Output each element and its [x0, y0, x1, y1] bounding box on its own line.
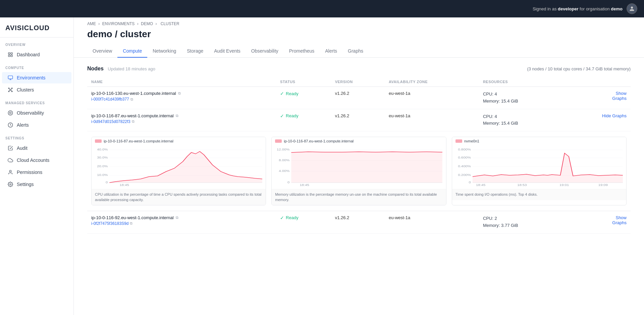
breadcrumb-ame[interactable]: AME	[87, 21, 96, 26]
sidebar-item-environments[interactable]: Environments	[2, 72, 71, 83]
content-area: Nodes Updated 18 minutes ago (3 nodes / …	[74, 58, 644, 242]
sidebar-item-label-audit: Audit	[17, 145, 28, 151]
col-name: NAME	[87, 77, 276, 87]
io-chart-svg: 0.800% 0.600% 0.400% 0.200% 0 18:45 18:5…	[455, 146, 624, 187]
node-cpu-2: CPU: 4	[483, 113, 562, 120]
status-icon-3: ✓	[280, 215, 284, 220]
hide-graphs-btn-2[interactable]: Hide Graphs	[570, 113, 627, 118]
tab-networking[interactable]: Networking	[147, 45, 181, 58]
io-graph-container: nvme0n1 0.800% 0.600% 0.400%	[452, 137, 627, 205]
node-cpu-1: CPU: 4	[483, 91, 562, 98]
table-row: ip-10-0-116-130.eu-west-1.compute.intern…	[87, 87, 631, 109]
svg-text:18:45: 18:45	[119, 183, 129, 187]
sidebar-item-alerts[interactable]: Alerts	[2, 119, 71, 131]
memory-graph-description: Memory utilization is the percentage mem…	[272, 189, 446, 205]
sidebar-item-dashboard[interactable]: Dashboard	[2, 49, 71, 60]
node-id-3: i-0f2f7475f36183S9d	[91, 221, 128, 226]
svg-text:20.0%: 20.0%	[97, 165, 108, 168]
sidebar-logo: AVISICLOUD	[0, 17, 73, 38]
node-az-1: eu-west-1a	[385, 87, 479, 109]
sidebar-item-label-environments: Environments	[17, 75, 46, 80]
nodes-table: NAME STATUS VERSION AVAILABILITY ZONE RE…	[87, 77, 631, 234]
topbar-user: developer	[558, 6, 578, 11]
node-version-3: v1.26.2	[331, 211, 385, 233]
sidebar-item-label-permissions: Permissions	[17, 170, 42, 175]
breadcrumb-environments[interactable]: ENVIRONMENTS	[102, 21, 135, 26]
tab-prometheus[interactable]: Prometheus	[284, 45, 320, 58]
node-resources-2: CPU: 4 Memory: 15.4 GiB	[479, 109, 566, 131]
copy-id-icon-2[interactable]: ⧉	[132, 119, 135, 124]
col-resources: RESOURCES	[479, 77, 566, 87]
cpu-legend-label: ip-10-0-116-87.eu-west-1.compute.interna…	[104, 139, 173, 143]
node-status-cell-2: ✓ Ready	[276, 109, 331, 131]
tab-overview[interactable]: Overview	[87, 45, 117, 58]
topbar: Signed in as developer for organisation …	[0, 0, 644, 17]
col-az: AVAILABILITY ZONE	[385, 77, 479, 87]
breadcrumb: AME › ENVIRONMENTS › DEMO › CLUSTER	[74, 17, 644, 26]
breadcrumb-demo[interactable]: DEMO	[141, 21, 153, 26]
copy-hostname-icon-3[interactable]: ⧉	[176, 215, 178, 220]
svg-text:8.00%: 8.00%	[279, 159, 290, 162]
svg-point-9	[11, 91, 12, 92]
sidebar-item-observability[interactable]: Observability	[2, 107, 71, 119]
user-avatar[interactable]	[627, 3, 637, 14]
tab-observability[interactable]: Observability	[246, 45, 284, 58]
status-icon-1: ✓	[280, 91, 284, 96]
svg-point-7	[11, 88, 12, 89]
sidebar-item-label-clusters: Clusters	[17, 87, 34, 92]
svg-line-12	[9, 90, 10, 91]
cpu-legend-color	[95, 139, 102, 143]
breadcrumb-cluster: CLUSTER	[161, 21, 179, 26]
node-az-3: eu-west-1a	[385, 211, 479, 233]
environments-icon	[7, 75, 13, 81]
sidebar-item-cloud-accounts[interactable]: Cloud Accounts	[2, 154, 71, 166]
settings-icon	[7, 181, 13, 187]
managed-services-section-label: MANAGED SERVICES	[0, 96, 73, 107]
tab-storage[interactable]: Storage	[181, 45, 209, 58]
tab-alerts[interactable]: Alerts	[320, 45, 342, 58]
node-action-2: Hide Graphs	[566, 109, 631, 131]
node-hostname-1: ip-10-0-116-130.eu-west-1.compute.intern…	[91, 91, 176, 96]
node-hostname-2: ip-10-0-116-87.eu-west-1.compute.interna…	[91, 113, 174, 118]
svg-text:0: 0	[106, 181, 108, 184]
io-graph-description: Time spent doing I/O operations (ms). To…	[452, 189, 626, 200]
user-icon	[629, 6, 635, 11]
svg-text:18:53: 18:53	[517, 183, 527, 187]
show-graphs-btn-3[interactable]: ShowGraphs	[570, 215, 627, 225]
tab-graphs[interactable]: Graphs	[342, 45, 369, 58]
sidebar-item-label-observability: Observability	[17, 110, 44, 116]
col-status: STATUS	[276, 77, 331, 87]
sidebar-item-label-dashboard: Dashboard	[17, 52, 40, 57]
node-action-1: ShowGraphs	[566, 87, 631, 109]
node-name-cell: ip-10-0-116-130.eu-west-1.compute.intern…	[87, 87, 276, 109]
cpu-graph-legend: ip-10-0-116-87.eu-west-1.compute.interna…	[95, 139, 173, 143]
show-graphs-btn-1[interactable]: ShowGraphs	[570, 91, 627, 101]
memory-chart-svg: 12.00% 8.00% 4.00% 0 18:45	[274, 146, 443, 187]
tab-audit-events[interactable]: Audit Events	[209, 45, 246, 58]
sidebar-item-settings[interactable]: Settings	[2, 179, 71, 190]
graphs-container: ip-10-0-116-87.eu-west-1.compute.interna…	[87, 131, 631, 211]
svg-line-13	[11, 90, 11, 91]
alerts-icon	[7, 122, 13, 128]
dashboard-icon	[7, 52, 13, 58]
tab-compute[interactable]: Compute	[117, 45, 147, 58]
copy-hostname-icon-1[interactable]: ⧉	[178, 91, 181, 96]
sidebar-item-audit[interactable]: Audit	[2, 142, 71, 154]
io-legend-color	[455, 139, 462, 143]
sidebar-item-clusters[interactable]: Clusters	[2, 84, 71, 96]
cpu-graph-description: CPU utilization is the percentage of tim…	[92, 189, 266, 205]
node-hostname-3: ip-10-0-116-92.eu-west-1.compute.interna…	[91, 215, 174, 220]
table-row: ip-10-0-116-92.eu-west-1.compute.interna…	[87, 211, 631, 233]
table-row: ip-10-0-116-87.eu-west-1.compute.interna…	[87, 109, 631, 131]
node-name-cell-3: ip-10-0-116-92.eu-west-1.compute.interna…	[87, 211, 276, 233]
node-cpu-3: CPU: 2	[483, 215, 562, 222]
nodes-title: Nodes	[87, 66, 104, 71]
cloud-accounts-icon	[7, 157, 13, 163]
sidebar-item-permissions[interactable]: Permissions	[2, 167, 71, 178]
node-id-2: i-0d947d015d07822f3	[91, 119, 130, 124]
svg-point-6	[8, 88, 9, 89]
copy-id-icon-1[interactable]: ⧉	[130, 97, 133, 102]
copy-hostname-icon-2[interactable]: ⧉	[176, 114, 178, 118]
copy-id-icon-3[interactable]: ⧉	[130, 221, 132, 226]
svg-point-17	[9, 170, 11, 172]
